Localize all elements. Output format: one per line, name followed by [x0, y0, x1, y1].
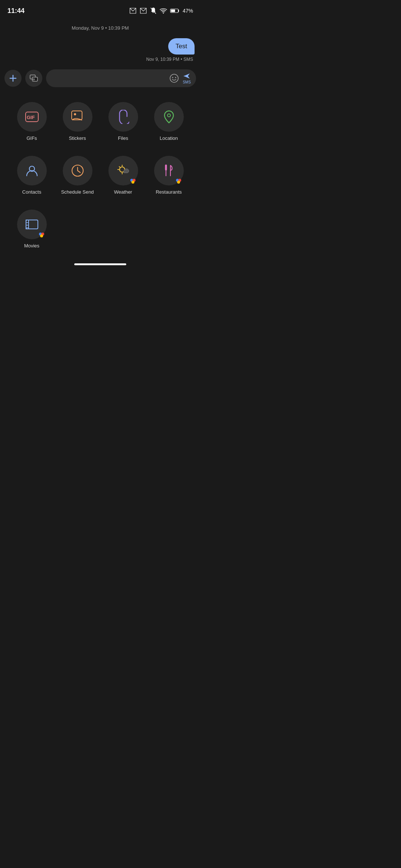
- location-label: Location: [160, 135, 178, 141]
- plus-icon: [9, 74, 17, 82]
- svg-point-17: [167, 114, 170, 117]
- svg-point-45: [40, 234, 43, 237]
- status-icons: 47%: [129, 7, 193, 14]
- location-item[interactable]: Location: [148, 102, 189, 141]
- weather-item[interactable]: Weather: [102, 156, 144, 195]
- schedule-send-item[interactable]: Schedule Send: [57, 156, 98, 195]
- media-icon: [29, 74, 38, 82]
- grid-row-3: Movies: [0, 206, 200, 252]
- clock-icon: [71, 164, 85, 178]
- weather-icon: [115, 164, 131, 178]
- gifs-label: GIFs: [26, 135, 37, 141]
- contacts-icon-circle: [17, 156, 47, 185]
- message-meta: Nov 9, 10:39 PM • SMS: [0, 57, 200, 62]
- add-button[interactable]: [4, 70, 22, 87]
- gmail-icon: [129, 7, 137, 14]
- svg-point-11: [175, 77, 176, 78]
- file-icon: [117, 110, 129, 124]
- media-button[interactable]: [25, 70, 42, 87]
- wifi-icon: [160, 8, 167, 14]
- message-bubble-row: Test: [0, 38, 200, 55]
- gifs-item[interactable]: GIF GIFs: [11, 102, 52, 141]
- input-row: SMS: [0, 69, 200, 87]
- weather-label: Weather: [114, 189, 132, 195]
- gif-icon: GIF: [25, 111, 39, 122]
- svg-text:GIF: GIF: [27, 115, 35, 120]
- schedule-send-icon-circle: [63, 156, 92, 185]
- message-input[interactable]: [51, 75, 166, 82]
- svg-rect-3: [171, 10, 175, 12]
- google-badge-restaurants: [175, 177, 182, 184]
- message-bubble: Test: [168, 38, 195, 55]
- stickers-label: Stickers: [69, 135, 86, 141]
- stickers-item[interactable]: Stickers: [57, 102, 98, 141]
- contact-icon: [25, 164, 39, 177]
- files-label: Files: [118, 135, 128, 141]
- location-icon-circle: [154, 102, 184, 132]
- svg-point-37: [177, 181, 180, 184]
- status-time: 11:44: [7, 7, 25, 15]
- weather-icon-circle: [108, 156, 138, 185]
- battery-percent: 47%: [183, 8, 193, 14]
- svg-point-31: [131, 181, 134, 184]
- gmail-alt-icon: [140, 7, 147, 14]
- svg-point-9: [170, 74, 178, 82]
- restaurant-icon: [162, 164, 176, 178]
- battery-icon: [170, 8, 180, 13]
- stickers-icon-circle: [63, 102, 92, 132]
- message-date: Monday, Nov 9 • 10:39 PM: [0, 25, 200, 31]
- movies-icon-circle: [17, 210, 47, 239]
- files-icon-circle: [108, 102, 138, 132]
- message-input-wrap[interactable]: SMS: [46, 69, 196, 87]
- svg-point-16: [74, 113, 76, 115]
- home-indicator: [74, 263, 126, 265]
- contacts-label: Contacts: [22, 189, 41, 195]
- gifs-icon-circle: GIF: [17, 102, 47, 132]
- location-icon: [163, 110, 175, 124]
- svg-line-21: [78, 171, 80, 172]
- send-button[interactable]: SMS: [183, 72, 191, 84]
- send-label: SMS: [183, 80, 191, 84]
- status-bar: 11:44 47%: [0, 0, 200, 19]
- restaurants-icon-circle: [154, 156, 184, 185]
- schedule-send-label: Schedule Send: [61, 189, 94, 195]
- svg-point-1: [163, 13, 164, 14]
- movie-icon: [25, 218, 39, 231]
- svg-line-27: [119, 167, 120, 167]
- grid-row-1: GIF GIFs Stickers Files: [0, 98, 200, 145]
- movies-label: Movies: [24, 243, 39, 249]
- files-item[interactable]: Files: [102, 102, 144, 141]
- google-badge-movies: [38, 230, 45, 238]
- movies-item[interactable]: Movies: [11, 210, 52, 249]
- send-icon: [183, 72, 191, 80]
- restaurants-label: Restaurants: [156, 189, 182, 195]
- contacts-item[interactable]: Contacts: [11, 156, 52, 195]
- svg-point-10: [172, 77, 173, 78]
- mute-icon: [150, 7, 157, 14]
- google-badge-weather: [129, 177, 137, 184]
- restaurants-item[interactable]: Restaurants: [148, 156, 189, 195]
- sticker-icon: [71, 110, 85, 124]
- emoji-icon[interactable]: [169, 73, 179, 83]
- grid-row-2: Contacts Schedule Send: [0, 152, 200, 198]
